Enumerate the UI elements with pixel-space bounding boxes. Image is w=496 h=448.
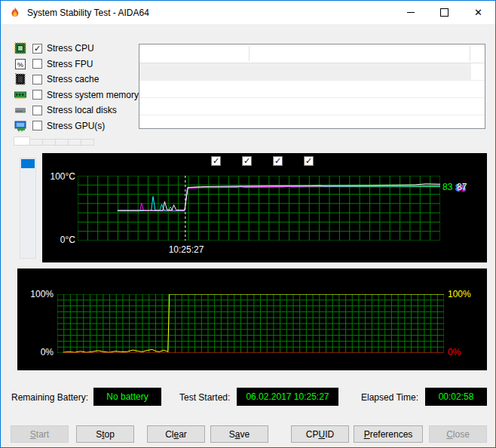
start-button: Start (11, 425, 69, 443)
event-log-row[interactable] (139, 63, 485, 81)
battery-label: Remaining Battery: (11, 392, 88, 403)
event-log-empty-row (139, 98, 485, 115)
battery-value: No battery (106, 391, 148, 402)
legend-item: ✓ (211, 156, 225, 166)
legend-checkbox-core3[interactable]: ✓ (273, 156, 283, 166)
test-started-value: 06.02.2017 10:25:27 (246, 391, 329, 402)
titlebar[interactable]: System Stability Test - AIDA64 ✕ (1, 1, 495, 24)
maximize-button[interactable] (427, 1, 461, 24)
stress-checkbox-3[interactable] (32, 75, 42, 84)
usage-right-bottom-label: 0% (448, 347, 461, 357)
event-log-empty-row (139, 81, 485, 98)
usage-chart-title (17, 273, 487, 284)
event-log-empty-row (139, 115, 485, 133)
cpu-usage-chart-panel: 100% 0% 100% 0% (17, 268, 487, 370)
usage-left-bottom-label: 0% (25, 347, 54, 357)
memory-icon (14, 89, 26, 101)
column-divider[interactable] (249, 46, 250, 61)
test-started-value-box: 06.02.2017 10:25:27 (237, 388, 338, 406)
preferences-button[interactable]: Preferences (354, 425, 423, 443)
core4-value-label: 87 (457, 182, 467, 192)
stress-option-label: Stress CPU (47, 43, 94, 54)
core-values-cluster: 84 85 87 (455, 182, 470, 192)
usage-right-top-label: 100% (448, 289, 471, 299)
tab-voltages[interactable] (42, 139, 56, 146)
minimize-button[interactable] (393, 1, 427, 24)
temperature-chart (78, 176, 440, 241)
cpuid-button[interactable]: CPUID (291, 425, 349, 443)
stress-checkbox-1[interactable]: ✓ (32, 44, 42, 54)
fpu-chip-icon: % (14, 58, 26, 70)
stress-checkbox-6[interactable] (32, 121, 42, 130)
stress-option-row: Stress local disks (14, 103, 139, 118)
stress-checkbox-4[interactable] (32, 90, 42, 100)
tab-temperatures[interactable] (14, 137, 30, 146)
stress-option-label: Stress FPU (47, 59, 93, 69)
stress-option-row: ✓Stress CPU (14, 41, 139, 57)
tab-clocks[interactable] (68, 139, 81, 146)
elapsed-time-label: Elapsed Time: (361, 392, 418, 403)
legend-checkbox-core4[interactable]: ✓ (304, 156, 314, 166)
vertical-scrollbar[interactable] (20, 158, 36, 259)
stress-option-row: %Stress FPU (14, 57, 139, 72)
clear-button[interactable]: Clear (147, 425, 205, 443)
temperature-legend: ✓✓✓✓ (42, 156, 487, 166)
close-button[interactable]: ✕ (461, 1, 495, 24)
legend-checkbox-core1[interactable]: ✓ (211, 156, 221, 166)
system-stability-test-window: System Stability Test - AIDA64 ✕ ✓Stress… (0, 0, 496, 448)
minimize-icon (407, 12, 415, 13)
disk-icon (14, 104, 26, 116)
scrollbar-thumb[interactable] (21, 159, 35, 168)
close-button: Close (429, 425, 487, 443)
stress-option-row: Stress GPU(s) (14, 118, 139, 134)
row-selection-highlight (139, 63, 471, 80)
stress-options-list: ✓Stress CPU%Stress FPUStress cacheStress… (14, 41, 139, 133)
stress-option-label: Stress GPU(s) (47, 121, 105, 131)
tab-statistics[interactable] (81, 139, 94, 146)
event-log-table[interactable] (139, 44, 485, 129)
cpu-chip-icon (14, 42, 26, 54)
core1-value-label: 83 (442, 182, 452, 192)
svg-text:%: % (17, 60, 23, 68)
temperature-chart-panel: ✓✓✓✓ 100°C 0°C 10:25:27 83 84 85 87 (42, 153, 487, 262)
tab-bar (14, 137, 94, 146)
gpu-icon (14, 120, 26, 132)
event-log-header (139, 44, 485, 63)
battery-value-box: No battery (93, 388, 161, 406)
stress-option-label: Stress local disks (47, 105, 117, 115)
tab-powers[interactable] (55, 139, 69, 146)
close-icon: ✕ (474, 8, 482, 17)
maximize-icon (440, 8, 449, 17)
legend-checkbox-core2[interactable]: ✓ (242, 156, 252, 166)
cpu-usage-chart (57, 294, 444, 353)
test-started-label: Test Started: (179, 392, 230, 403)
elapsed-time-value-box: 00:02:58 (425, 388, 487, 406)
elapsed-time-value: 00:02:58 (439, 391, 474, 402)
legend-item: ✓ (273, 156, 287, 166)
stress-option-label: Stress cache (47, 74, 99, 84)
cache-chip-icon (14, 73, 26, 85)
temp-axis-bottom-label: 0°C (45, 235, 75, 245)
stop-button[interactable]: Stop (76, 425, 134, 443)
stress-option-row: Stress cache (14, 72, 139, 87)
stress-checkbox-5[interactable] (32, 106, 42, 115)
save-button[interactable]: Save (210, 425, 268, 443)
window-title: System Stability Test - AIDA64 (27, 8, 149, 18)
event-log-empty-row (139, 133, 485, 150)
temp-axis-top-label: 100°C (45, 171, 75, 182)
stress-option-row: Stress system memory (14, 87, 139, 103)
legend-item: ✓ (242, 156, 256, 166)
event-time-label: 10:25:27 (161, 244, 211, 255)
flame-app-icon (9, 7, 21, 19)
stress-option-label: Stress system memory (47, 90, 139, 100)
column-divider[interactable] (470, 46, 470, 61)
legend-item: ✓ (304, 156, 318, 166)
tab-cooling-fans[interactable] (29, 139, 43, 146)
stress-checkbox-2[interactable] (32, 59, 42, 69)
usage-left-top-label: 100% (25, 289, 54, 299)
